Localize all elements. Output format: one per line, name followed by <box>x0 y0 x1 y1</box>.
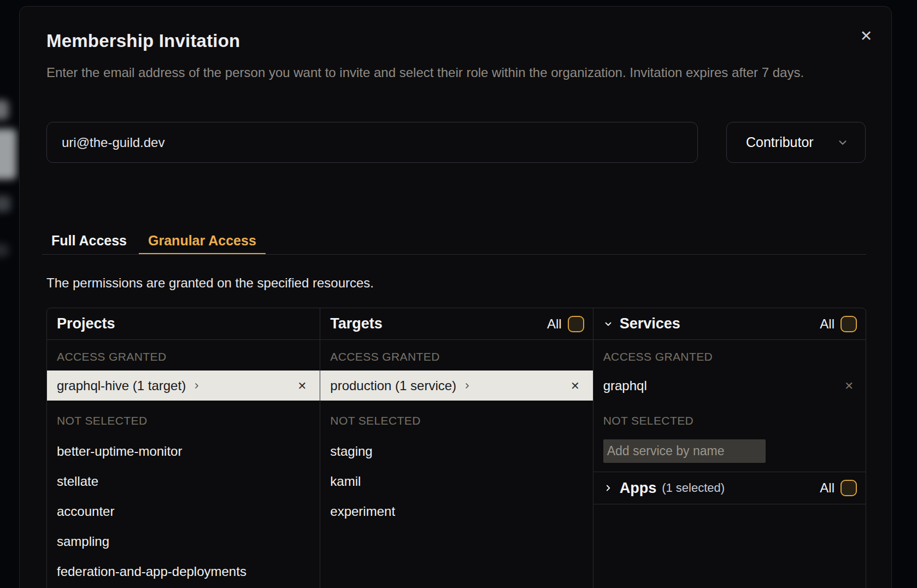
services-column: Services All ACCESS GRANTED graphql ✕ <box>593 308 866 588</box>
list-item[interactable]: staging <box>320 436 592 466</box>
apps-all-group: All <box>820 480 857 496</box>
not-selected-label: NOT SELECTED <box>603 413 866 428</box>
services-body: ACCESS GRANTED graphql ✕ NOT SELECTED Ap… <box>593 340 866 504</box>
remove-project-button[interactable]: ✕ <box>298 380 307 391</box>
chevron-down-icon <box>837 137 849 149</box>
projects-column: Projects ACCESS GRANTED graphql-hive (1 … <box>47 308 320 588</box>
projects-title: Projects <box>57 315 115 332</box>
list-item[interactable]: kamil <box>320 466 592 496</box>
apps-all-checkbox[interactable] <box>840 480 857 496</box>
services-section: ACCESS GRANTED graphql ✕ NOT SELECTED <box>593 349 866 472</box>
targets-all-group: All <box>547 316 584 332</box>
services-title: Services <box>620 315 680 332</box>
background-smudge <box>0 100 9 120</box>
list-item[interactable]: experiment <box>320 496 592 526</box>
all-label: All <box>547 316 562 332</box>
background-smudge <box>0 196 11 212</box>
targets-header: Targets All <box>320 308 592 340</box>
not-selected-label: NOT SELECTED <box>57 413 320 428</box>
chevron-right-icon <box>463 381 472 390</box>
resources-panel: Projects ACCESS GRANTED graphql-hive (1 … <box>46 308 866 588</box>
selected-target-label: production (1 service) <box>330 378 456 393</box>
list-item[interactable]: accounter <box>47 496 320 526</box>
email-input[interactable] <box>46 122 698 163</box>
list-item[interactable]: better-uptime-monitor <box>47 436 320 466</box>
chevron-right-icon <box>192 381 201 390</box>
chevron-right-icon <box>603 483 613 493</box>
selected-project-row[interactable]: graphql-hive (1 target) ✕ <box>47 371 320 401</box>
targets-all-checkbox[interactable] <box>568 316 584 332</box>
dialog-description: Enter the email address of the person yo… <box>46 61 853 84</box>
services-all-checkbox[interactable] <box>840 316 857 332</box>
permissions-note: The permissions are granted on the speci… <box>46 275 374 291</box>
list-item[interactable]: federation-and-app-deployments <box>47 556 320 586</box>
access-granted-label: ACCESS GRANTED <box>330 349 592 364</box>
close-button[interactable]: ✕ <box>856 26 876 46</box>
page-title: Membership Invitation <box>46 31 240 51</box>
add-service-input[interactable] <box>603 439 766 463</box>
targets-list: staging kamil experiment <box>320 436 592 526</box>
access-granted-label: ACCESS GRANTED <box>57 349 320 364</box>
projects-header: Projects <box>47 308 320 340</box>
background-smudge <box>0 244 9 257</box>
role-value: Contributor <box>746 134 814 150</box>
tab-granular-access[interactable]: Granular Access <box>139 228 266 254</box>
selected-project-label: graphql-hive (1 target) <box>57 378 186 393</box>
tab-full-access[interactable]: Full Access <box>42 228 136 254</box>
access-tabs: Full Access Granular Access <box>42 228 866 255</box>
remove-icon: ✕ <box>571 380 580 392</box>
targets-title: Targets <box>330 315 383 332</box>
close-icon: ✕ <box>860 29 873 44</box>
targets-body: ACCESS GRANTED production (1 service) ✕ … <box>320 340 592 526</box>
remove-target-button[interactable]: ✕ <box>571 380 580 391</box>
granted-service-label: graphql <box>603 378 647 393</box>
background-smudge <box>0 129 16 179</box>
not-selected-label: NOT SELECTED <box>330 413 592 428</box>
apps-row[interactable]: Apps (1 selected) All <box>593 472 866 504</box>
list-item[interactable]: sampling <box>47 526 320 556</box>
apps-selected-count: (1 selected) <box>662 481 725 495</box>
apps-title: Apps <box>620 480 657 497</box>
projects-body: ACCESS GRANTED graphql-hive (1 target) ✕… <box>47 340 320 586</box>
remove-icon: ✕ <box>298 380 307 392</box>
all-label: All <box>820 316 834 332</box>
targets-column: Targets All ACCESS GRANTED production (1… <box>320 308 592 588</box>
remove-icon: ✕ <box>844 380 854 392</box>
services-all-group: All <box>820 316 857 332</box>
chevron-down-icon[interactable] <box>603 319 613 329</box>
all-label: All <box>820 480 834 496</box>
granted-service-row: graphql ✕ <box>593 371 866 401</box>
services-header: Services All <box>593 308 866 340</box>
role-select[interactable]: Contributor <box>726 122 866 163</box>
remove-service-button[interactable]: ✕ <box>844 380 854 391</box>
selected-target-row[interactable]: production (1 service) ✕ <box>320 371 592 401</box>
projects-list: better-uptime-monitor stellate accounter… <box>47 436 320 586</box>
membership-invitation-dialog: ✕ Membership Invitation Enter the email … <box>19 6 892 588</box>
access-granted-label: ACCESS GRANTED <box>603 349 866 364</box>
list-item[interactable]: stellate <box>47 466 320 496</box>
